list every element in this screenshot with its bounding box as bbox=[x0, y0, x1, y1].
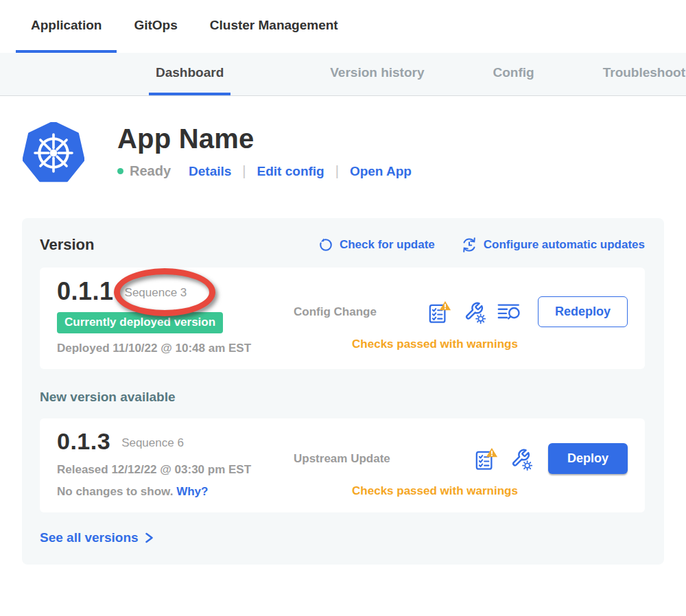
top-nav: Application GitOps Cluster Management bbox=[0, 0, 686, 53]
currently-deployed-badge: Currently deployed version bbox=[57, 312, 223, 333]
version-panel: Version Check for update Configure autom… bbox=[22, 218, 664, 565]
link-separator: | bbox=[242, 163, 246, 179]
configure-automatic-updates-label: Configure automatic updates bbox=[484, 238, 645, 252]
available-version-sequence: Sequence 6 bbox=[121, 436, 184, 450]
top-nav-tab-gitops[interactable]: GitOps bbox=[119, 0, 192, 53]
see-all-versions-label: See all versions bbox=[40, 530, 139, 545]
kubernetes-logo-icon bbox=[23, 122, 84, 184]
app-header: App Name Ready Details | Edit config | O… bbox=[23, 122, 686, 184]
released-timestamp: Released 12/12/22 @ 03:30 pm EST bbox=[57, 463, 283, 477]
page-title: App Name bbox=[117, 123, 412, 154]
check-for-update-button[interactable]: Check for update bbox=[318, 237, 435, 252]
tab-dashboard[interactable]: Dashboard bbox=[149, 53, 230, 95]
refresh-icon bbox=[318, 237, 333, 252]
top-nav-tab-application[interactable]: Application bbox=[16, 0, 117, 53]
auto-update-clock-icon bbox=[461, 237, 477, 253]
status-text: Ready bbox=[130, 163, 171, 179]
app-sub-nav: Dashboard Version history Config Trouble… bbox=[0, 53, 686, 96]
status-ready-dot bbox=[117, 168, 123, 174]
no-changes-text: No changes to show. bbox=[57, 485, 173, 498]
available-version-checks-status: Checks passed with warnings bbox=[283, 484, 628, 498]
current-version-card: 0.1.1 Sequence 3 Currently deployed vers… bbox=[40, 268, 645, 369]
chevron-right-icon bbox=[144, 531, 154, 545]
diff-summary: No changes to show. Why? bbox=[57, 485, 283, 499]
top-nav-tab-cluster-management[interactable]: Cluster Management bbox=[195, 0, 353, 53]
version-panel-title: Version bbox=[40, 236, 94, 254]
deployed-timestamp: Deployed 11/10/22 @ 10:48 am EST bbox=[57, 342, 283, 355]
current-version-checks-status: Checks passed with warnings bbox=[283, 337, 628, 351]
tab-troubleshoot[interactable]: Troubleshoot bbox=[596, 53, 686, 95]
edit-config-wrench-icon[interactable] bbox=[462, 300, 486, 324]
details-link[interactable]: Details bbox=[189, 164, 231, 179]
available-version-number: 0.1.3 bbox=[57, 428, 110, 455]
deploy-button[interactable]: Deploy bbox=[548, 443, 628, 474]
current-version-sequence: Sequence 3 bbox=[125, 286, 187, 300]
current-version-number: 0.1.1 bbox=[57, 277, 114, 306]
why-link[interactable]: Why? bbox=[176, 485, 208, 498]
link-separator: | bbox=[335, 163, 339, 179]
redeploy-button[interactable]: Redeploy bbox=[538, 296, 628, 327]
available-version-card: 0.1.3 Sequence 6 Released 12/12/22 @ 03:… bbox=[40, 418, 645, 512]
open-app-link[interactable]: Open App bbox=[350, 164, 412, 179]
tab-config[interactable]: Config bbox=[486, 53, 541, 95]
preflight-checks-warning-icon[interactable] bbox=[428, 300, 451, 324]
configure-automatic-updates-button[interactable]: Configure automatic updates bbox=[461, 237, 645, 253]
edit-config-wrench-icon[interactable] bbox=[508, 447, 533, 471]
view-diff-icon[interactable] bbox=[497, 302, 523, 322]
edit-config-link[interactable]: Edit config bbox=[257, 164, 324, 179]
tab-version-history[interactable]: Version history bbox=[323, 53, 431, 95]
available-version-source-type: Upstream Update bbox=[294, 452, 390, 466]
see-all-versions-link[interactable]: See all versions bbox=[40, 530, 645, 545]
preflight-checks-warning-icon[interactable] bbox=[475, 447, 498, 471]
new-version-available-heading: New version available bbox=[40, 390, 645, 405]
current-version-source-type: Config Change bbox=[294, 305, 377, 319]
check-for-update-label: Check for update bbox=[340, 238, 435, 252]
